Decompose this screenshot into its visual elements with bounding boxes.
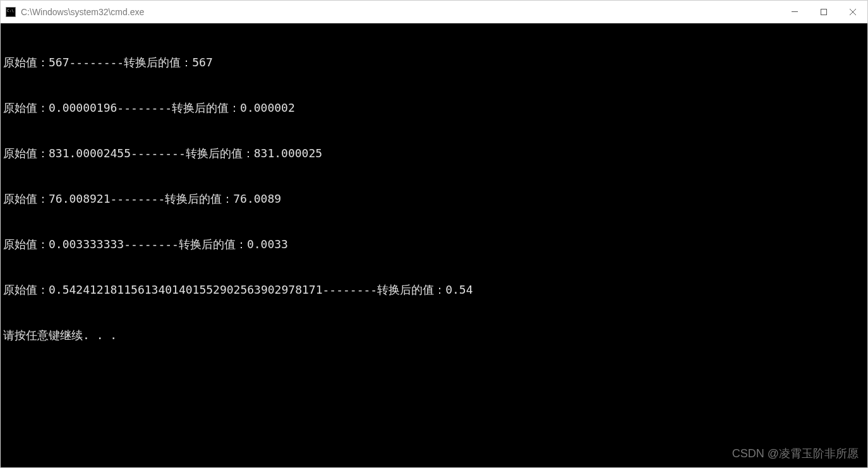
output-line: 原始值：0.003333333--------转换后的值：0.0033 [3,237,865,252]
output-line: 原始值：76.008921--------转换后的值：76.0089 [3,191,865,207]
maximize-icon [821,9,827,15]
minimize-icon [792,11,798,12]
output-line: 原始值：831.00002455--------转换后的值：831.000025 [3,146,865,161]
cmd-window: C:\Windows\system32\cmd.exe 原始值：567-----… [0,0,868,468]
watermark-text: CSDN @凌霄玉阶非所愿 [732,446,859,461]
minimize-button[interactable] [780,1,809,23]
window-title: C:\Windows\system32\cmd.exe [21,7,780,17]
window-controls [780,1,867,23]
maximize-button[interactable] [809,1,838,23]
terminal-output[interactable]: 原始值：567--------转换后的值：567 原始值：0.00000196-… [1,23,867,467]
close-button[interactable] [838,1,867,23]
output-line: 原始值：567--------转换后的值：567 [3,55,865,70]
output-line: 原始值：0.00000196--------转换后的值：0.000002 [3,100,865,116]
close-icon [850,9,856,15]
cmd-icon [6,7,16,17]
output-line: 请按任意键继续. . . [3,328,865,343]
titlebar[interactable]: C:\Windows\system32\cmd.exe [1,1,867,23]
output-line: 原始值：0.5424121811561340140155290256390297… [3,282,865,297]
